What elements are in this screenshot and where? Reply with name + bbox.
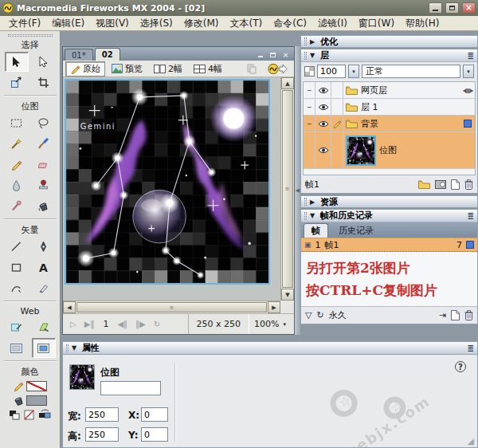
object-name[interactable]: 位图	[379, 144, 397, 156]
rectangle-tool[interactable]	[5, 257, 29, 277]
layer-name[interactable]: 网页层	[361, 84, 387, 96]
original-view-button[interactable]: 原始	[65, 61, 105, 77]
height-input[interactable]	[85, 427, 119, 442]
new-frame-button[interactable]	[451, 310, 460, 320]
hide-slices-button[interactable]	[5, 338, 29, 358]
visibility-toggle[interactable]	[315, 99, 331, 115]
loop-button[interactable]: ↻	[154, 320, 160, 328]
layer-row-layer1[interactable]: − 层 1	[304, 99, 475, 116]
last-frame-button[interactable]: ▶‖	[84, 320, 95, 328]
frame-delay[interactable]: 7	[456, 240, 462, 250]
previous-frame-button[interactable]: ◀‖	[117, 320, 127, 328]
zoom-level-control[interactable]: 100% ▾	[249, 319, 291, 329]
vertical-scrollbar[interactable]: ▲ ≡ ▼	[280, 77, 294, 301]
quick-export-button[interactable]	[263, 61, 292, 77]
menu-commands[interactable]: 命令(C)	[268, 16, 312, 31]
expand-toggle[interactable]: −	[304, 82, 315, 98]
rubber-stamp-tool[interactable]	[32, 175, 56, 195]
doc-minimize-button[interactable]	[255, 50, 265, 59]
optimize-panel-header[interactable]: ▶ 优化	[300, 35, 478, 48]
bitmap-thumbnail[interactable]	[346, 136, 376, 166]
canvas-document[interactable]	[65, 79, 270, 285]
expand-toggle[interactable]: −	[304, 99, 315, 115]
subselection-tool[interactable]	[32, 52, 56, 72]
delete-layer-button[interactable]	[464, 179, 473, 190]
menu-view[interactable]: 视图(V)	[90, 16, 135, 31]
visibility-toggle[interactable]	[315, 82, 331, 98]
visibility-toggle[interactable]	[315, 116, 331, 132]
expanded-arrow-icon[interactable]: ▼	[310, 212, 317, 219]
two-up-view-button[interactable]: 2幅	[149, 61, 187, 77]
show-slices-button[interactable]	[32, 338, 56, 358]
scroll-right-button[interactable]: ▶	[268, 301, 280, 313]
hotspot-tool[interactable]	[5, 317, 29, 337]
menu-window[interactable]: 窗口(W)	[353, 16, 400, 31]
x-input[interactable]	[141, 407, 168, 422]
fill-color-swatch[interactable]	[26, 395, 47, 406]
collapsed-arrow-icon[interactable]: ▶	[310, 198, 317, 206]
gif-looping-button[interactable]: ↻	[316, 310, 323, 320]
onion-skinning-button[interactable]: ▽	[305, 310, 311, 320]
doc-close-button[interactable]: ×	[280, 50, 291, 59]
text-tool[interactable]: A	[32, 257, 56, 277]
object-name-input[interactable]	[100, 381, 161, 395]
document-tab-02[interactable]: 02	[95, 48, 120, 61]
pencil-tool[interactable]	[5, 155, 29, 175]
active-layer-indicator[interactable]	[464, 120, 472, 128]
expanded-arrow-icon[interactable]: ▼	[72, 344, 79, 352]
active-frame-indicator[interactable]	[466, 241, 474, 249]
panel-gripper[interactable]	[304, 198, 307, 206]
layer-row-background[interactable]: − 背景	[304, 116, 475, 132]
expand-toggle[interactable]: −	[304, 116, 315, 132]
no-color-button[interactable]	[24, 410, 34, 420]
help-button[interactable]: ?	[455, 361, 466, 372]
layer-name[interactable]: 背景	[361, 118, 378, 130]
scroll-left-button[interactable]: ◀	[63, 301, 76, 313]
doc-restore-button[interactable]	[268, 50, 278, 59]
paint-bucket-tool[interactable]	[32, 196, 56, 216]
properties-options-menu-icon[interactable]: ≣	[468, 344, 474, 352]
menu-filters[interactable]: 滤镜(I)	[312, 16, 353, 31]
document-tab-01[interactable]: 01*	[65, 49, 93, 61]
knife-tool[interactable]	[32, 278, 56, 298]
edit-column[interactable]	[331, 99, 343, 115]
add-mask-button[interactable]	[435, 180, 446, 189]
opacity-dropdown-button[interactable]: ▾	[348, 65, 359, 78]
horizontal-scroll-thumb[interactable]: ≡	[76, 302, 267, 312]
panel-gripper[interactable]	[304, 212, 307, 220]
four-up-view-button[interactable]: 4幅	[189, 61, 227, 77]
panel-gripper[interactable]	[304, 52, 307, 60]
expanded-arrow-icon[interactable]: ▼	[310, 52, 317, 59]
blend-mode-select[interactable]: 正常	[362, 65, 460, 78]
scroll-down-button[interactable]: ▼	[281, 289, 294, 301]
vertical-scroll-thumb[interactable]: ≡	[282, 90, 293, 288]
layers-options-menu-icon[interactable]: ≣	[468, 51, 474, 60]
blend-mode-dropdown-button[interactable]: ▾	[463, 65, 474, 78]
menu-help[interactable]: 帮助(H)	[400, 16, 445, 31]
frame-row-1[interactable]: ▣ 1 帧1 7	[301, 238, 477, 252]
assets-panel-header[interactable]: ▶ 资源	[300, 195, 478, 208]
new-layer-button[interactable]	[451, 179, 460, 190]
play-button[interactable]: ▷	[70, 320, 76, 328]
distribute-to-frames-button[interactable]: ⇥	[439, 310, 446, 320]
menu-text[interactable]: 文本(T)	[225, 16, 268, 31]
dock-splitter[interactable]: ◀	[295, 46, 300, 335]
width-input[interactable]	[85, 407, 119, 422]
panel-resize-grip[interactable]: ◢	[468, 436, 474, 446]
swap-colors-button[interactable]	[38, 410, 51, 420]
pointer-tool[interactable]	[5, 52, 29, 72]
slice-tool[interactable]	[32, 317, 56, 337]
tab-history[interactable]: 历史记录	[331, 224, 381, 238]
freeform-tool[interactable]	[5, 278, 29, 298]
magic-wand-tool[interactable]	[5, 134, 29, 154]
next-frame-button[interactable]: ‖▶	[135, 320, 146, 328]
pen-tool[interactable]	[32, 237, 56, 257]
brush-tool[interactable]	[32, 134, 56, 154]
frame-name[interactable]: 帧1	[325, 239, 339, 251]
collapsed-arrow-icon[interactable]: ▶	[310, 38, 317, 45]
menu-modify[interactable]: 修改(M)	[178, 16, 225, 31]
tab-frames[interactable]: 帧	[304, 223, 328, 238]
tools-panel-gripper[interactable]	[8, 34, 53, 37]
horizontal-scrollbar[interactable]: ◀ ≡ ▶	[63, 301, 280, 313]
frames-history-header[interactable]: ▼ 帧和历史记录 ≣	[301, 210, 477, 222]
